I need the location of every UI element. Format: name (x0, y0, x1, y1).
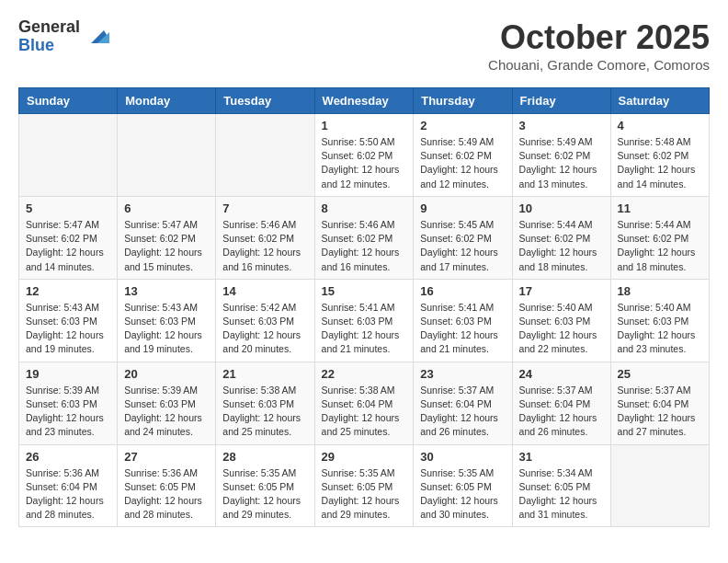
day-info: Sunrise: 5:39 AMSunset: 6:03 PMDaylight:… (26, 384, 110, 440)
day-number: 6 (124, 201, 209, 215)
day-info: Sunrise: 5:38 AMSunset: 6:03 PMDaylight:… (222, 384, 307, 440)
day-number: 7 (222, 201, 307, 215)
calendar-cell: 25Sunrise: 5:37 AMSunset: 6:04 PMDayligh… (610, 362, 709, 444)
logo-icon (84, 23, 111, 51)
day-info: Sunrise: 5:38 AMSunset: 6:04 PMDaylight:… (322, 384, 407, 440)
calendar-cell: 22Sunrise: 5:38 AMSunset: 6:04 PMDayligh… (314, 362, 414, 444)
day-number: 8 (322, 201, 407, 215)
weekday-header-saturday: Saturday (610, 88, 709, 114)
day-number: 20 (124, 367, 209, 381)
day-number: 5 (26, 201, 110, 215)
day-info: Sunrise: 5:37 AMSunset: 6:04 PMDaylight:… (618, 384, 702, 440)
logo-general-text: General (18, 18, 80, 37)
day-info: Sunrise: 5:36 AMSunset: 6:05 PMDaylight:… (124, 466, 209, 523)
day-info: Sunrise: 5:41 AMSunset: 6:03 PMDaylight:… (322, 301, 407, 357)
calendar-cell (118, 114, 216, 197)
calendar-header: SundayMondayTuesdayWednesdayThursdayFrid… (19, 88, 710, 114)
day-info: Sunrise: 5:44 AMSunset: 6:02 PMDaylight:… (519, 218, 604, 274)
day-number: 26 (26, 450, 110, 464)
calendar-cell: 5Sunrise: 5:47 AMSunset: 6:02 PMDaylight… (19, 196, 118, 279)
calendar-week-1: 1Sunrise: 5:50 AMSunset: 6:02 PMDaylight… (19, 114, 710, 197)
calendar-cell: 2Sunrise: 5:49 AMSunset: 6:02 PMDaylight… (414, 114, 512, 197)
calendar-week-4: 19Sunrise: 5:39 AMSunset: 6:03 PMDayligh… (19, 362, 710, 444)
day-info: Sunrise: 5:40 AMSunset: 6:03 PMDaylight:… (618, 301, 702, 357)
calendar-cell: 30Sunrise: 5:35 AMSunset: 6:05 PMDayligh… (414, 444, 512, 527)
calendar-cell (19, 114, 118, 197)
calendar-cell: 11Sunrise: 5:44 AMSunset: 6:02 PMDayligh… (610, 196, 709, 279)
calendar-cell: 13Sunrise: 5:43 AMSunset: 6:03 PMDayligh… (118, 279, 216, 362)
calendar-cell: 27Sunrise: 5:36 AMSunset: 6:05 PMDayligh… (118, 444, 216, 527)
day-number: 29 (322, 450, 407, 464)
day-number: 11 (618, 201, 702, 215)
day-info: Sunrise: 5:39 AMSunset: 6:03 PMDaylight:… (124, 384, 209, 440)
logo: General Blue (18, 18, 111, 55)
calendar-cell: 4Sunrise: 5:48 AMSunset: 6:02 PMDaylight… (610, 114, 709, 197)
day-number: 18 (618, 284, 702, 298)
day-number: 9 (420, 201, 505, 215)
calendar-cell: 18Sunrise: 5:40 AMSunset: 6:03 PMDayligh… (610, 279, 709, 362)
day-info: Sunrise: 5:43 AMSunset: 6:03 PMDaylight:… (26, 301, 110, 357)
calendar-cell: 23Sunrise: 5:37 AMSunset: 6:04 PMDayligh… (414, 362, 512, 444)
day-number: 12 (26, 284, 110, 298)
calendar-table: SundayMondayTuesdayWednesdayThursdayFrid… (18, 87, 710, 527)
day-number: 24 (519, 367, 604, 381)
calendar-week-3: 12Sunrise: 5:43 AMSunset: 6:03 PMDayligh… (19, 279, 710, 362)
calendar-cell: 15Sunrise: 5:41 AMSunset: 6:03 PMDayligh… (314, 279, 414, 362)
day-info: Sunrise: 5:36 AMSunset: 6:04 PMDaylight:… (26, 466, 110, 523)
day-number: 21 (222, 367, 307, 381)
day-number: 28 (222, 450, 307, 464)
calendar-cell: 14Sunrise: 5:42 AMSunset: 6:03 PMDayligh… (216, 279, 314, 362)
day-number: 1 (322, 119, 407, 132)
calendar-cell: 19Sunrise: 5:39 AMSunset: 6:03 PMDayligh… (19, 362, 118, 444)
calendar-cell: 28Sunrise: 5:35 AMSunset: 6:05 PMDayligh… (216, 444, 314, 527)
calendar-body: 1Sunrise: 5:50 AMSunset: 6:02 PMDaylight… (19, 114, 710, 527)
calendar-cell: 24Sunrise: 5:37 AMSunset: 6:04 PMDayligh… (512, 362, 610, 444)
location-subtitle: Chouani, Grande Comore, Comoros (488, 57, 710, 73)
day-info: Sunrise: 5:48 AMSunset: 6:02 PMDaylight:… (618, 135, 702, 191)
day-info: Sunrise: 5:41 AMSunset: 6:03 PMDaylight:… (420, 301, 505, 357)
month-title: October 2025 (488, 18, 710, 57)
day-number: 23 (420, 367, 505, 381)
day-info: Sunrise: 5:37 AMSunset: 6:04 PMDaylight:… (519, 384, 604, 440)
day-number: 16 (420, 284, 505, 298)
day-number: 15 (322, 284, 407, 298)
calendar-cell: 20Sunrise: 5:39 AMSunset: 6:03 PMDayligh… (118, 362, 216, 444)
day-info: Sunrise: 5:46 AMSunset: 6:02 PMDaylight:… (222, 218, 307, 274)
day-info: Sunrise: 5:35 AMSunset: 6:05 PMDaylight:… (420, 466, 505, 523)
day-number: 17 (519, 284, 604, 298)
day-info: Sunrise: 5:42 AMSunset: 6:03 PMDaylight:… (222, 301, 307, 357)
title-section: October 2025 Chouani, Grande Comore, Com… (488, 18, 710, 73)
day-info: Sunrise: 5:43 AMSunset: 6:03 PMDaylight:… (124, 301, 209, 357)
day-number: 3 (519, 119, 604, 132)
day-info: Sunrise: 5:45 AMSunset: 6:02 PMDaylight:… (420, 218, 505, 274)
day-number: 22 (322, 367, 407, 381)
day-number: 4 (618, 119, 702, 132)
logo-blue-text: Blue (18, 37, 80, 55)
calendar-cell: 26Sunrise: 5:36 AMSunset: 6:04 PMDayligh… (19, 444, 118, 527)
weekday-header-tuesday: Tuesday (216, 88, 314, 114)
calendar-cell: 29Sunrise: 5:35 AMSunset: 6:05 PMDayligh… (314, 444, 414, 527)
weekday-header-row: SundayMondayTuesdayWednesdayThursdayFrid… (19, 88, 710, 114)
calendar-week-2: 5Sunrise: 5:47 AMSunset: 6:02 PMDaylight… (19, 196, 710, 279)
day-number: 31 (519, 450, 604, 464)
day-info: Sunrise: 5:49 AMSunset: 6:02 PMDaylight:… (519, 135, 604, 191)
day-info: Sunrise: 5:50 AMSunset: 6:02 PMDaylight:… (322, 135, 407, 191)
day-info: Sunrise: 5:34 AMSunset: 6:05 PMDaylight:… (519, 466, 604, 523)
day-info: Sunrise: 5:35 AMSunset: 6:05 PMDaylight:… (222, 466, 307, 523)
day-number: 30 (420, 450, 505, 464)
weekday-header-monday: Monday (118, 88, 216, 114)
calendar-cell: 9Sunrise: 5:45 AMSunset: 6:02 PMDaylight… (414, 196, 512, 279)
calendar-cell: 3Sunrise: 5:49 AMSunset: 6:02 PMDaylight… (512, 114, 610, 197)
day-info: Sunrise: 5:37 AMSunset: 6:04 PMDaylight:… (420, 384, 505, 440)
calendar-cell: 6Sunrise: 5:47 AMSunset: 6:02 PMDaylight… (118, 196, 216, 279)
day-number: 10 (519, 201, 604, 215)
weekday-header-wednesday: Wednesday (314, 88, 414, 114)
calendar-cell: 10Sunrise: 5:44 AMSunset: 6:02 PMDayligh… (512, 196, 610, 279)
day-info: Sunrise: 5:40 AMSunset: 6:03 PMDaylight:… (519, 301, 604, 357)
calendar-cell: 21Sunrise: 5:38 AMSunset: 6:03 PMDayligh… (216, 362, 314, 444)
calendar-cell: 1Sunrise: 5:50 AMSunset: 6:02 PMDaylight… (314, 114, 414, 197)
weekday-header-sunday: Sunday (19, 88, 118, 114)
calendar-cell: 7Sunrise: 5:46 AMSunset: 6:02 PMDaylight… (216, 196, 314, 279)
calendar-cell: 8Sunrise: 5:46 AMSunset: 6:02 PMDaylight… (314, 196, 414, 279)
day-info: Sunrise: 5:49 AMSunset: 6:02 PMDaylight:… (420, 135, 505, 191)
